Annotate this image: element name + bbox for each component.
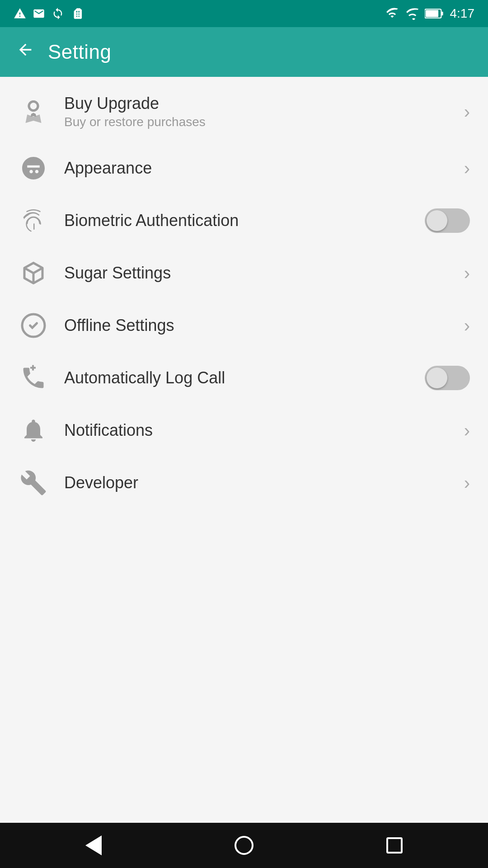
page-title: Setting xyxy=(48,41,111,63)
developer-title: Developer xyxy=(64,473,464,492)
bell-icon xyxy=(20,417,47,444)
chevron-right-icon: › xyxy=(464,158,470,179)
biometric-icon xyxy=(16,207,51,234)
wrench-icon xyxy=(20,469,47,496)
sync-icon xyxy=(52,7,64,20)
chevron-right-icon: › xyxy=(464,102,470,122)
sugar-title: Sugar Settings xyxy=(64,264,464,283)
buy-upgrade-icon xyxy=(16,98,51,125)
notifications-content: Notifications xyxy=(51,421,464,440)
settings-item-notifications[interactable]: Notifications › xyxy=(0,404,488,457)
offline-title: Offline Settings xyxy=(64,316,464,335)
chevron-right-icon: › xyxy=(464,316,470,336)
notifications-action: › xyxy=(464,420,470,441)
nav-home-button[interactable] xyxy=(228,830,260,861)
sugar-content: Sugar Settings xyxy=(51,264,464,283)
buy-upgrade-content: Buy Upgrade Buy or restore purchases xyxy=(51,94,464,129)
offline-check-icon xyxy=(20,312,47,339)
auto-log-toggle[interactable] xyxy=(425,366,470,390)
svg-rect-1 xyxy=(426,10,438,17)
settings-item-biometric[interactable]: Biometric Authentication xyxy=(0,194,488,247)
settings-item-offline[interactable]: Offline Settings › xyxy=(0,299,488,352)
fingerprint-icon xyxy=(20,207,47,234)
toggle-thumb xyxy=(427,210,447,231)
nav-recents-button[interactable] xyxy=(379,830,410,861)
nav-back-icon xyxy=(85,835,102,855)
buy-upgrade-title: Buy Upgrade xyxy=(64,94,464,113)
alert-icon xyxy=(14,7,26,20)
appearance-action: › xyxy=(464,158,470,179)
chevron-right-icon: › xyxy=(464,263,470,283)
auto-log-title: Automatically Log Call xyxy=(64,368,425,387)
nav-recents-icon xyxy=(386,837,403,854)
settings-item-developer[interactable]: Developer › xyxy=(0,457,488,509)
offline-icon xyxy=(16,312,51,339)
award-icon xyxy=(20,98,47,125)
offline-content: Offline Settings xyxy=(51,316,464,335)
developer-action: › xyxy=(464,473,470,493)
svg-point-3 xyxy=(29,102,38,111)
status-icons-right: 4:17 xyxy=(385,6,475,21)
status-bar: 4:17 xyxy=(0,0,488,27)
settings-item-buy-upgrade[interactable]: Buy Upgrade Buy or restore purchases › xyxy=(0,81,488,142)
chevron-right-icon: › xyxy=(464,420,470,441)
cube-icon xyxy=(20,259,47,287)
nav-home-icon xyxy=(235,836,253,855)
svg-rect-2 xyxy=(441,12,443,15)
status-icons-left xyxy=(14,7,83,20)
sim-icon xyxy=(70,7,83,20)
wifi-icon xyxy=(385,7,399,20)
app-bar: Setting xyxy=(0,27,488,77)
signal-icon xyxy=(406,7,418,20)
appearance-title: Appearance xyxy=(64,159,464,178)
settings-item-auto-log[interactable]: Automatically Log Call xyxy=(0,352,488,404)
notifications-title: Notifications xyxy=(64,421,464,440)
buy-upgrade-action: › xyxy=(464,102,470,122)
back-arrow-icon xyxy=(16,41,34,59)
biometric-title: Biometric Authentication xyxy=(64,211,425,230)
auto-log-icon xyxy=(16,364,51,392)
auto-log-content: Automatically Log Call xyxy=(51,368,425,387)
biometric-action[interactable] xyxy=(425,208,470,233)
sugar-action: › xyxy=(464,263,470,283)
biometric-content: Biometric Authentication xyxy=(51,211,425,230)
developer-icon xyxy=(16,469,51,496)
auto-log-action[interactable] xyxy=(425,366,470,390)
status-time: 4:17 xyxy=(450,6,475,21)
biometric-toggle[interactable] xyxy=(425,208,470,233)
settings-list: Buy Upgrade Buy or restore purchases › A… xyxy=(0,77,488,823)
chevron-right-icon: › xyxy=(464,473,470,493)
settings-item-sugar[interactable]: Sugar Settings › xyxy=(0,247,488,299)
settings-item-appearance[interactable]: Appearance › xyxy=(0,142,488,194)
buy-upgrade-subtitle: Buy or restore purchases xyxy=(64,115,464,129)
battery-icon xyxy=(425,7,444,20)
appearance-content: Appearance xyxy=(51,159,464,178)
nav-back-button[interactable] xyxy=(78,830,109,861)
phone-log-icon xyxy=(20,364,47,392)
face-icon xyxy=(20,155,47,182)
notifications-icon xyxy=(16,417,51,444)
developer-content: Developer xyxy=(51,473,464,492)
toggle-thumb xyxy=(427,368,447,388)
back-button[interactable] xyxy=(16,41,34,63)
sugar-icon xyxy=(16,259,51,287)
appearance-icon xyxy=(16,155,51,182)
gmail-icon xyxy=(33,7,45,20)
nav-bar xyxy=(0,823,488,868)
offline-action: › xyxy=(464,316,470,336)
